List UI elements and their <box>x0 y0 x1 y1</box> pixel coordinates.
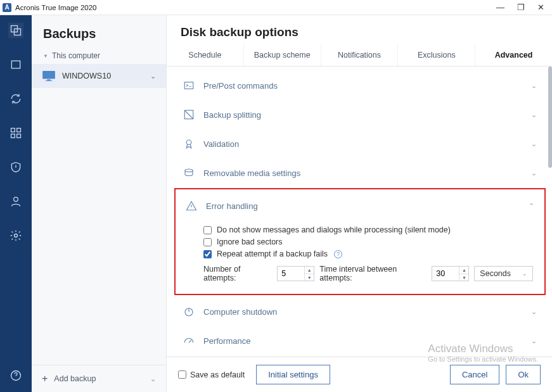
section-label: Backup splitting <box>203 110 522 120</box>
add-backup-button[interactable]: + Add backup ⌄ <box>32 365 166 392</box>
interval-unit-select[interactable]: Seconds ⌄ <box>474 266 533 281</box>
rail-dashboard-icon[interactable] <box>8 125 23 141</box>
svg-rect-10 <box>42 71 55 79</box>
spin-down-icon[interactable]: ▼ <box>305 274 314 282</box>
attempts-spinner[interactable]: ▲▼ <box>277 266 314 281</box>
chevron-down-icon: ⌄ <box>522 270 527 277</box>
svg-rect-3 <box>11 129 15 132</box>
section-label: Computer shutdown <box>203 307 522 317</box>
cancel-button[interactable]: Cancel <box>450 365 499 384</box>
section-error-handling[interactable]: Error handling ⌃ <box>177 192 543 220</box>
rail-help-icon[interactable] <box>8 368 23 383</box>
window-close-button[interactable]: ✕ <box>537 3 544 12</box>
spin-up-icon[interactable]: ▲ <box>459 267 468 274</box>
section-shutdown[interactable]: Computer shutdown ⌄ <box>174 298 546 326</box>
tab-notifications[interactable]: Notifications <box>321 44 399 66</box>
collapse-triangle-icon: ▼ <box>43 53 48 59</box>
tab-exclusions[interactable]: Exclusions <box>398 44 475 66</box>
section-validation[interactable]: Validation ⌄ <box>174 130 546 158</box>
chevron-down-icon: ⌄ <box>531 140 537 148</box>
interval-unit-value: Seconds <box>480 269 511 278</box>
chevron-up-icon: ⌃ <box>529 202 534 210</box>
sidebar-backup-item[interactable]: WINDOWS10 ⌄ <box>32 64 166 88</box>
interval-label: Time interval between attempts: <box>319 265 427 282</box>
sidebar-heading: Backups <box>32 15 166 47</box>
split-icon <box>183 109 195 120</box>
window-maximize-button[interactable]: ❐ <box>517 3 525 12</box>
chevron-down-icon: ⌄ <box>531 308 537 316</box>
spin-up-icon[interactable]: ▲ <box>305 267 314 274</box>
attempts-label: Number of attempts: <box>203 265 272 282</box>
section-label: Removable media settings <box>203 168 522 178</box>
svg-point-7 <box>14 197 18 201</box>
scrollbar-thumb[interactable] <box>548 66 552 168</box>
sidebar-group-label: This computer <box>52 51 100 60</box>
ignore-bad-sectors-checkbox[interactable] <box>203 238 212 246</box>
svg-point-15 <box>186 140 191 145</box>
error-handling-highlight: Error handling ⌃ Do not show messages an… <box>174 188 546 295</box>
advanced-sections: Pre/Post commands ⌄ Backup splitting ⌄ V… <box>167 66 552 357</box>
attempts-input[interactable] <box>278 267 304 281</box>
repeat-attempt-checkbox[interactable] <box>203 250 212 258</box>
help-icon[interactable]: ? <box>334 250 342 258</box>
plus-icon: + <box>42 373 48 384</box>
window-titlebar: A Acronis True Image 2020 — ❐ ✕ <box>0 0 552 15</box>
spin-down-icon[interactable]: ▼ <box>459 274 468 282</box>
tab-backup-scheme[interactable]: Backup scheme <box>244 44 321 66</box>
chevron-down-icon: ⌄ <box>150 72 156 80</box>
section-splitting[interactable]: Backup splitting ⌄ <box>174 101 546 129</box>
backups-sidebar: Backups ▼ This computer WINDOWS10 ⌄ + Ad… <box>32 15 167 392</box>
gauge-icon <box>183 335 195 346</box>
initial-settings-button[interactable]: Initial settings <box>256 365 330 384</box>
save-default-checkbox[interactable] <box>178 370 186 379</box>
ignore-bad-sectors-row[interactable]: Ignore bad sectors <box>203 237 533 246</box>
rail-backups-icon[interactable] <box>8 23 23 38</box>
rail-sync-icon[interactable] <box>8 91 23 106</box>
save-default-label: Save as default <box>190 370 245 379</box>
tab-schedule[interactable]: Schedule <box>167 44 244 66</box>
monitor-icon <box>42 70 56 82</box>
svg-rect-5 <box>11 134 15 138</box>
ok-button[interactable]: Ok <box>506 365 541 384</box>
section-prepost[interactable]: Pre/Post commands ⌄ <box>174 72 546 99</box>
section-label: Performance <box>203 336 522 346</box>
chevron-down-icon: ⌄ <box>531 337 537 345</box>
nav-rail <box>0 15 32 392</box>
section-label: Pre/Post commands <box>203 81 522 91</box>
window-title: Acronis True Image 2020 <box>15 4 97 11</box>
rail-archive-icon[interactable] <box>8 57 23 72</box>
sidebar-backup-label: WINDOWS10 <box>62 72 111 80</box>
svg-rect-2 <box>11 61 20 68</box>
section-performance[interactable]: Performance ⌄ <box>174 327 546 355</box>
svg-point-16 <box>185 169 193 172</box>
warning-icon <box>186 200 197 212</box>
repeat-attempt-row[interactable]: Repeat attempt if a backup fails ? <box>203 250 533 258</box>
svg-rect-4 <box>17 129 21 132</box>
chevron-down-icon: ⌄ <box>531 82 537 90</box>
svg-rect-11 <box>47 79 50 80</box>
rail-protection-icon[interactable] <box>8 160 23 175</box>
silent-mode-checkbox[interactable] <box>203 226 212 234</box>
app-icon: A <box>3 3 11 12</box>
power-icon <box>183 306 195 317</box>
window-minimize-button[interactable]: — <box>496 3 504 12</box>
silent-mode-row[interactable]: Do not show messages and dialogs while p… <box>203 225 533 234</box>
chevron-down-icon: ⌄ <box>531 169 537 177</box>
sidebar-group-header[interactable]: ▼ This computer <box>32 47 166 64</box>
section-removable[interactable]: Removable media settings ⌄ <box>174 159 546 187</box>
interval-spinner[interactable]: ▲▼ <box>432 266 469 281</box>
tab-advanced[interactable]: Advanced <box>475 44 552 66</box>
section-label: Validation <box>203 139 522 149</box>
rail-account-icon[interactable] <box>8 194 23 209</box>
ignore-bad-sectors-label: Ignore bad sectors <box>217 237 283 246</box>
rail-settings-icon[interactable] <box>8 228 23 243</box>
options-tabs: Schedule Backup scheme Notifications Exc… <box>167 44 552 66</box>
save-default-row[interactable]: Save as default <box>178 370 245 379</box>
options-footer: Save as default Initial settings Cancel … <box>167 357 552 392</box>
ribbon-icon <box>183 138 195 149</box>
chevron-down-icon: ⌄ <box>531 111 537 119</box>
svg-rect-12 <box>46 80 53 81</box>
section-label: Error handling <box>206 201 520 211</box>
add-backup-label: Add backup <box>54 374 96 383</box>
interval-input[interactable] <box>432 267 459 281</box>
